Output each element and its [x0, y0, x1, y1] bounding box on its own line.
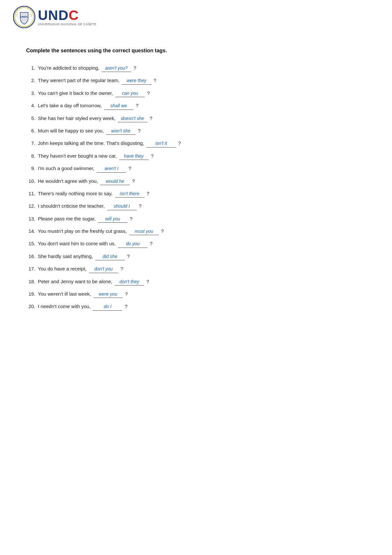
sentence-body: Let's take a day off tomorrow, shall we …	[38, 102, 366, 110]
sentence-number: 3.	[26, 89, 38, 97]
answer-tag: have they	[119, 152, 149, 160]
sentences-list: 1.You're addicted to shopping, aren't yo…	[26, 64, 366, 311]
list-item: 16.She hardly said anything, did she ?	[26, 252, 366, 260]
answer-tag: were you	[93, 290, 123, 298]
svg-text:★ ★ ★: ★ ★ ★	[22, 19, 26, 21]
list-item: 13.Please pass me the sugar, will you ?	[26, 215, 366, 223]
list-item: 7.John keeps talking all the time. That'…	[26, 139, 366, 147]
logo-text: UNDC UNIVERSIDAD NACIONAL DE CAÑETE	[38, 9, 96, 26]
list-item: 2.They weren't part of the regular team,…	[26, 77, 366, 84]
list-item: 12.I shouldn't criticise the teacher, sh…	[26, 202, 366, 210]
sentence-body: She hardly said anything, did she ?	[38, 252, 366, 260]
answer-tag: don't they	[115, 278, 144, 286]
answer-tag: must you	[129, 228, 159, 235]
answer-tag: doesn't she	[118, 115, 147, 122]
sentence-body: I shouldn't criticise the teacher, shoul…	[38, 202, 366, 210]
sentence-body: Mum will be happy to see you, won't she …	[38, 127, 366, 135]
logo-acronym: UNDC	[38, 9, 96, 22]
sentence-number: 12.	[26, 202, 38, 210]
answer-tag: don't you	[89, 265, 118, 273]
sentence-body: You do have a receipt, don't you ?	[38, 265, 366, 273]
list-item: 1.You're addicted to shopping, aren't yo…	[26, 64, 366, 72]
answer-tag: will you	[98, 215, 127, 223]
answer-tag: shall we	[104, 102, 133, 110]
answer-tag: were they	[122, 77, 151, 84]
sentence-number: 11.	[26, 190, 38, 198]
sentence-body: You weren't ill last week, were you ?	[38, 290, 366, 298]
sentence-number: 15.	[26, 240, 38, 248]
university-emblem: UNDC ★ ★ ★	[13, 6, 35, 28]
sentence-body: I needn't come with you, do I ?	[38, 303, 366, 310]
sentence-body: I'm such a good swimmer, aren't I ?	[38, 165, 366, 172]
sentence-body: You can't give it back to the owner, can…	[38, 89, 366, 97]
answer-tag: do I	[93, 303, 122, 310]
sentence-body: You mustn't play on the freshly cut gras…	[38, 227, 366, 235]
sentence-number: 6.	[26, 127, 38, 135]
sentence-number: 13.	[26, 215, 38, 223]
main-content: Complete the sentences using the correct…	[0, 31, 392, 328]
list-item: 14.You mustn't play on the freshly cut g…	[26, 227, 366, 235]
sentence-number: 7.	[26, 139, 38, 147]
sentence-body: John keeps talking all the time. That's …	[38, 139, 366, 147]
svg-text:UNDC: UNDC	[20, 15, 28, 18]
university-full-name: UNIVERSIDAD NACIONAL DE CAÑETE	[38, 23, 96, 26]
sentence-number: 1.	[26, 64, 38, 72]
logo-container: UNDC ★ ★ ★ UNDC UNIVERSIDAD NACIONAL DE …	[13, 6, 96, 28]
list-item: 19.You weren't ill last week, were you ?	[26, 290, 366, 298]
answer-tag: should I	[107, 202, 137, 210]
answer-tag: isn't it	[146, 140, 176, 147]
sentence-number: 4.	[26, 102, 38, 110]
sentence-number: 10.	[26, 177, 38, 185]
sentence-number: 9.	[26, 165, 38, 172]
answer-tag: can you	[115, 90, 145, 97]
sentence-number: 18.	[26, 278, 38, 286]
sentence-number: 19.	[26, 290, 38, 298]
answer-tag: won't she	[106, 127, 136, 135]
sentence-body: Please pass me the sugar, will you ?	[38, 215, 366, 223]
list-item: 20.I needn't come with you, do I ?	[26, 303, 366, 310]
sentence-number: 8.	[26, 152, 38, 160]
list-item: 15.You don't want him to come with us, d…	[26, 240, 366, 248]
section-title: Complete the sentences using the correct…	[26, 48, 366, 54]
sentence-body: He wouldn't agree with you, would he ?	[38, 177, 366, 185]
answer-tag: aren't you?	[102, 64, 131, 72]
answer-tag: would he	[100, 178, 130, 185]
list-item: 3.You can't give it back to the owner, c…	[26, 89, 366, 97]
list-item: 18.Peter and Jenny want to be alone, don…	[26, 278, 366, 286]
sentence-number: 17.	[26, 265, 38, 273]
sentence-body: You don't want him to come with us, do y…	[38, 240, 366, 248]
answer-tag: aren't I	[97, 165, 126, 172]
list-item: 8.They haven't ever bought a new car, ha…	[26, 152, 366, 160]
list-item: 10.He wouldn't agree with you, would he …	[26, 177, 366, 185]
sentence-number: 2.	[26, 77, 38, 84]
sentence-body: She has her hair styled every week, does…	[38, 114, 366, 122]
list-item: 11.There's really nothing more to say, i…	[26, 190, 366, 198]
sentence-number: 14.	[26, 227, 38, 235]
sentence-body: They weren't part of the regular team, w…	[38, 77, 366, 84]
answer-tag: do you	[118, 240, 147, 248]
sentence-body: Peter and Jenny want to be alone, don't …	[38, 278, 366, 286]
list-item: 4.Let's take a day off tomorrow, shall w…	[26, 102, 366, 110]
sentence-number: 20.	[26, 303, 38, 310]
page-header: UNDC ★ ★ ★ UNDC UNIVERSIDAD NACIONAL DE …	[0, 0, 392, 31]
sentence-body: You're addicted to shopping, aren't you?…	[38, 64, 366, 72]
list-item: 6.Mum will be happy to see you, won't sh…	[26, 127, 366, 135]
sentence-number: 16.	[26, 252, 38, 260]
list-item: 9.I'm such a good swimmer, aren't I ?	[26, 165, 366, 172]
list-item: 5.She has her hair styled every week, do…	[26, 114, 366, 122]
sentence-number: 5.	[26, 114, 38, 122]
answer-tag: did she	[95, 253, 125, 260]
answer-tag: isn't there	[115, 190, 144, 198]
list-item: 17.You do have a receipt, don't you ?	[26, 265, 366, 273]
sentence-body: There's really nothing more to say, isn'…	[38, 190, 366, 198]
sentence-body: They haven't ever bought a new car, have…	[38, 152, 366, 160]
